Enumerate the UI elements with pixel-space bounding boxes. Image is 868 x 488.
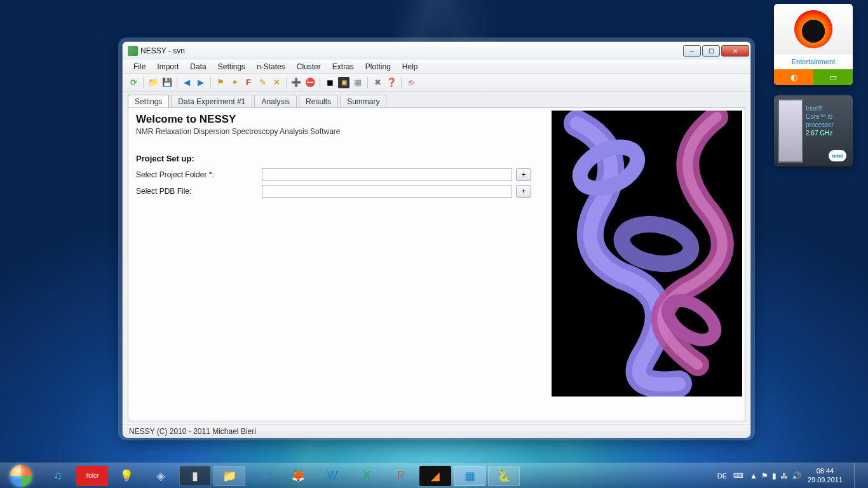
task-nessy[interactable]: ▦ [454,466,485,486]
tabs: Settings Data Experiment #1 Analysis Res… [123,92,750,107]
minimize-button[interactable]: ─ [683,45,701,57]
task-cmd[interactable]: ▮ [179,466,211,486]
tray-expand-icon[interactable]: ▲ [750,471,757,480]
label-pdb-file: Select PDB File: [136,187,262,196]
tab-analysis[interactable]: Analysis [254,95,297,108]
tab-settings[interactable]: Settings [128,95,169,108]
menu-file[interactable]: File [128,61,151,72]
gadget-cpu-meter[interactable]: Intel® Core™ i5 processor 2.67 GHz intel [774,95,853,166]
menu-plotting[interactable]: Plotting [360,61,397,72]
gauge-icon [794,10,832,48]
gadget-she-label: Entertainment [774,55,853,69]
she-mode-left[interactable]: ◐ [774,69,813,85]
menu-help[interactable]: Help [397,61,424,72]
maximize-button[interactable]: ☐ [702,45,720,57]
flag-icon[interactable]: ⚑ [215,77,226,88]
label-project-folder: Select Project Folder *: [136,170,262,179]
browse-project-folder-button[interactable]: + [516,168,531,181]
user-icon[interactable]: ▣ [338,77,349,88]
menu-data[interactable]: Data [184,61,212,72]
window-title: NESSY - svn [140,46,185,55]
toolbar: ⟳ 📁 💾 ◀ ▶ ⚑ ✦ F ✎ ✕ ➕ ⛔ ◼ ▣ ▦ ✖ ❓ ⎋ [123,74,750,92]
tab-data-experiment-1[interactable]: Data Experiment #1 [171,95,252,108]
content-pane: Welcome to NESSY NMR Relaxation Dispersi… [128,107,745,421]
exit-icon[interactable]: ⎋ [405,77,417,88]
gadget-super-hybrid-engine[interactable]: Entertainment ◐ ▭ [774,4,853,85]
task-ifolor[interactable]: ifolor [76,466,108,486]
input-project-folder[interactable] [262,168,512,181]
show-desktop-button[interactable] [854,463,862,489]
task-lamp[interactable]: 💡 [111,466,142,486]
app-window: NESSY - svn ─ ☐ ✕ File Import Data Setti… [122,41,751,437]
taskbar: ♫ ifolor 💡 ◈ ▮ 📁 ✉ 🦊 W X P ◢ ▦ 🐍 DE ⌨ ▲ … [0,463,868,488]
image-icon[interactable]: ▦ [352,77,363,88]
tab-results[interactable]: Results [299,95,338,108]
menu-nstates[interactable]: n-States [251,61,291,72]
task-firefox[interactable]: 🦊 [282,466,314,486]
task-itunes[interactable]: ♫ [42,466,74,486]
menu-cluster[interactable]: Cluster [291,61,327,72]
task-excel[interactable]: X [351,466,383,486]
menubar: File Import Data Settings n-States Clust… [123,60,750,74]
menu-import[interactable]: Import [151,61,184,72]
stop-icon[interactable]: ◼ [324,77,336,88]
task-python[interactable]: 🐍 [488,466,520,486]
edit-icon[interactable]: ✎ [257,77,268,88]
back-icon[interactable]: ◀ [181,77,193,88]
task-thunderbird[interactable]: ✉ [248,466,280,486]
windows-orb-icon [10,464,32,487]
close-button[interactable]: ✕ [721,45,749,57]
tray-battery-icon[interactable]: ▮ [772,471,776,480]
menu-settings[interactable]: Settings [212,61,251,72]
app-icon [128,46,138,56]
task-virtualbox[interactable]: ◈ [145,466,177,486]
f-icon[interactable]: F [243,77,254,88]
marker-icon[interactable]: ✦ [229,77,240,88]
titlebar[interactable]: NESSY - svn ─ ☐ ✕ [123,42,750,60]
statusbar: NESSY (C) 2010 - 2011 Michael Bieri [123,424,750,438]
cpu-chip-icon [778,99,803,163]
tray-flag-icon[interactable]: ⚑ [761,471,768,480]
browse-pdb-file-button[interactable]: + [516,185,531,198]
menu-extras[interactable]: Extras [327,61,360,72]
task-explorer[interactable]: 📁 [214,466,245,486]
tray-clock[interactable]: 08:44 29.09.2011 [808,467,843,484]
tray-lang[interactable]: DE [717,472,727,480]
input-pdb-file[interactable] [262,185,512,198]
start-button[interactable] [4,463,38,489]
folder-open-icon[interactable]: 📁 [147,77,159,88]
tray-volume-icon[interactable]: 🔊 [792,471,801,480]
tools-icon[interactable]: ✖ [372,77,383,88]
forward-icon[interactable]: ▶ [195,77,207,88]
task-app-orange[interactable]: ◢ [419,466,451,486]
add-icon[interactable]: ➕ [290,77,302,88]
task-powerpoint[interactable]: P [385,466,417,486]
help-icon[interactable]: ❓ [386,77,397,88]
remove-icon[interactable]: ⛔ [304,77,316,88]
she-mode-right[interactable]: ▭ [813,69,853,85]
tab-summary[interactable]: Summary [340,95,386,108]
protein-image [552,111,742,396]
delete-icon[interactable]: ✕ [271,77,282,88]
system-tray: DE ⌨ ▲ ⚑ ▮ 🖧 🔊 08:44 29.09.2011 [717,463,864,489]
tray-keyboard-icon[interactable]: ⌨ [733,471,743,480]
intel-badge: intel [829,150,846,161]
save-icon[interactable]: 💾 [161,77,173,88]
refresh-icon[interactable]: ⟳ [128,77,139,88]
status-text: NESSY (C) 2010 - 2011 Michael Bieri [129,427,256,436]
task-word[interactable]: W [316,466,348,486]
tray-network-icon[interactable]: 🖧 [780,471,788,480]
